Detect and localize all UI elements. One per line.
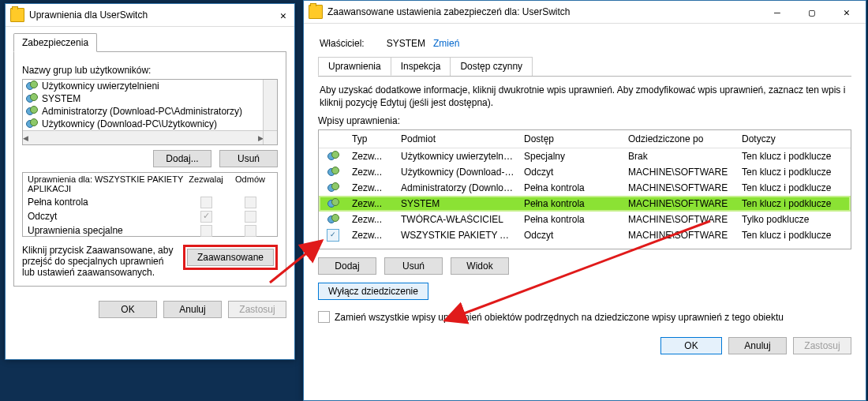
owner-value: SYSTEM <box>387 38 425 49</box>
tab-permissions[interactable]: Uprawnienia <box>318 57 391 76</box>
advanced-security-dialog: Zaawansowane ustawienia zabezpieczeń dla… <box>303 0 866 401</box>
group-icon <box>327 151 339 162</box>
window-title: Zaawansowane ustawienia zabezpieczeń dla… <box>327 6 760 17</box>
col-access[interactable]: Dostęp <box>519 133 623 144</box>
close-icon[interactable]: ✕ <box>274 4 293 26</box>
entries-label: Wpisy uprawnienia: <box>318 115 851 126</box>
apply-button[interactable]: Zastosuj <box>793 337 851 354</box>
minimize-icon[interactable]: — <box>760 1 795 23</box>
permissions-table: Uprawnienia dla: WSZYSTKIE PAKIETY APLIK… <box>22 172 278 237</box>
permission-row: Odczyt <box>23 209 277 223</box>
table-row[interactable]: Zezw...WSZYSTKIE PAKIETY APLIKACJIOdczyt… <box>319 227 851 243</box>
col-applies[interactable]: Dotyczy <box>737 133 851 144</box>
deny-checkbox[interactable] <box>245 211 256 223</box>
allow-checkbox[interactable] <box>200 197 212 208</box>
col-inherited[interactable]: Odziedziczone po <box>623 133 737 144</box>
highlight-box: Zaawansowane <box>183 245 278 270</box>
advanced-hint: Kliknij przycisk Zaawansowane, aby przej… <box>22 245 177 278</box>
cancel-button[interactable]: Anuluj <box>728 337 787 354</box>
replace-children-label: Zamień wszystkie wpisy uprawnień obiektó… <box>335 312 784 323</box>
titlebar[interactable]: Uprawnienia dla UserSwitch ✕ <box>6 4 294 27</box>
deny-header: Odmów <box>228 174 272 193</box>
col-principal[interactable]: Podmiot <box>396 133 519 144</box>
horizontal-scrollbar[interactable]: ◀▶ <box>23 130 264 144</box>
table-row[interactable]: Zezw...TWÓRCA-WŁAŚCICIELPełna kontrolaMA… <box>319 212 851 227</box>
folder-icon <box>309 5 323 19</box>
permission-row: Pełna kontrola <box>23 195 277 209</box>
folder-icon <box>10 8 24 22</box>
remove-button[interactable]: Usuń <box>219 150 278 167</box>
group-icon <box>26 81 39 92</box>
remove-entry-button[interactable]: Usuń <box>384 257 443 275</box>
table-row[interactable]: Zezw...SYSTEMPełna kontrolaMACHINE\SOFTW… <box>319 196 851 212</box>
table-row[interactable]: Zezw...Użytkownicy uwierzytelnieniSpecja… <box>319 148 851 164</box>
view-entry-button[interactable]: Widok <box>451 257 509 275</box>
add-entry-button[interactable]: Dodaj <box>318 257 376 275</box>
permission-row: Uprawnienia specjalne <box>23 223 277 238</box>
perm-header: Uprawnienia dla: WSZYSTKIE PAKIETY APLIK… <box>28 174 184 193</box>
table-row[interactable]: Zezw...Użytkownicy (Download-PC\...Odczy… <box>319 164 851 180</box>
deny-checkbox[interactable] <box>245 225 256 237</box>
window-title: Uprawnienia dla UserSwitch <box>29 9 274 21</box>
list-item[interactable]: Użytkownicy (Download-PC\Użytkownicy) <box>23 118 264 130</box>
tab-auditing[interactable]: Inspekcja <box>391 57 451 76</box>
disable-inheritance-button[interactable]: Wyłącz dziedziczenie <box>318 283 428 300</box>
allow-checkbox[interactable] <box>200 225 212 237</box>
apply-button[interactable]: Zastosuj <box>228 301 286 318</box>
deny-checkbox[interactable] <box>245 197 256 208</box>
owner-label: Właściciel: <box>320 38 365 49</box>
groups-label: Nazwy grup lub użytkowników: <box>22 65 278 76</box>
cancel-button[interactable]: Anuluj <box>163 301 222 318</box>
tab-strip: Uprawnienia Inspekcja Dostęp czynny <box>318 57 851 77</box>
permission-entries-grid[interactable]: Typ Podmiot Dostęp Odziedziczone po Doty… <box>318 129 851 249</box>
groups-listbox[interactable]: Użytkownicy uwierzytelnieniSYSTEMAdminis… <box>22 79 278 145</box>
col-type[interactable]: Typ <box>347 133 396 144</box>
group-icon <box>26 118 39 129</box>
package-icon <box>327 229 339 242</box>
advanced-button[interactable]: Zaawansowane <box>187 249 274 266</box>
ok-button[interactable]: OK <box>99 301 157 318</box>
table-row[interactable]: Zezw...Administratorzy (Download-P...Peł… <box>319 180 851 196</box>
maximize-icon[interactable]: ▢ <box>795 1 829 23</box>
allow-checkbox[interactable] <box>200 211 212 223</box>
permissions-dialog: Uprawnienia dla UserSwitch ✕ Zabezpiecze… <box>5 3 295 360</box>
group-icon <box>327 182 339 193</box>
titlebar[interactable]: Zaawansowane ustawienia zabezpieczeń dla… <box>304 1 866 24</box>
vertical-scrollbar[interactable] <box>263 80 277 131</box>
group-icon <box>327 214 339 225</box>
group-icon <box>327 198 339 209</box>
replace-children-checkbox[interactable] <box>318 311 330 323</box>
close-icon[interactable]: ✕ <box>829 1 864 23</box>
add-button[interactable]: Dodaj... <box>153 150 211 167</box>
list-item[interactable]: SYSTEM <box>23 92 264 105</box>
tab-security[interactable]: Zabezpieczenia <box>13 33 97 52</box>
group-icon <box>327 167 339 178</box>
group-icon <box>26 106 39 117</box>
ok-button[interactable]: OK <box>660 337 722 354</box>
tab-effective-access[interactable]: Dostęp czynny <box>450 57 533 76</box>
list-item[interactable]: Administratorzy (Download-PC\Administrat… <box>23 105 264 118</box>
allow-header: Zezwalaj <box>184 174 228 193</box>
change-owner-link[interactable]: Zmień <box>433 38 459 49</box>
group-icon <box>26 93 39 104</box>
info-text: Aby uzyskać dodatkowe informacje, klikni… <box>320 84 850 109</box>
list-item[interactable]: Użytkownicy uwierzytelnieni <box>23 80 264 92</box>
